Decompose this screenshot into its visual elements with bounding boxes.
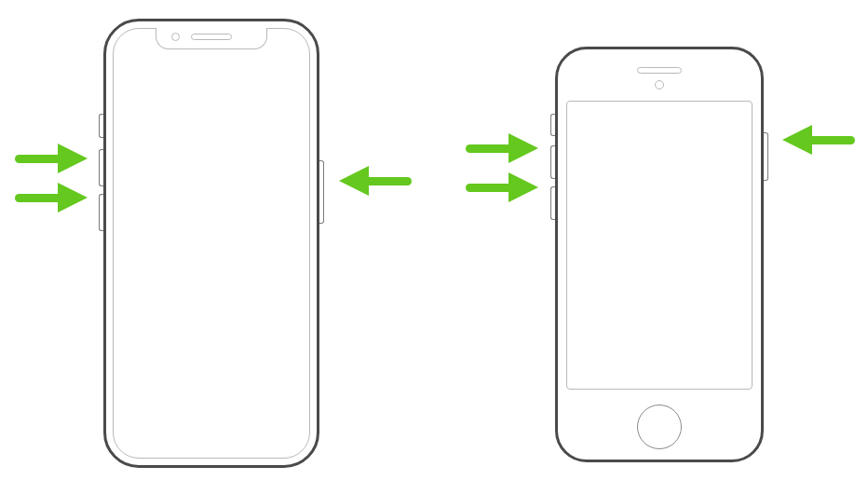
svg-marker-1 bbox=[58, 144, 88, 173]
svg-marker-5 bbox=[339, 166, 369, 196]
svg-rect-10 bbox=[808, 136, 855, 144]
diagram-stage bbox=[0, 0, 868, 494]
iphone-home-button bbox=[548, 39, 771, 470]
arrow-right-icon bbox=[464, 130, 542, 167]
iphone-face-id bbox=[96, 11, 327, 475]
arrow-left-icon bbox=[335, 162, 414, 199]
svg-rect-6 bbox=[466, 144, 512, 153]
arrow-right-icon bbox=[13, 179, 91, 216]
svg-marker-3 bbox=[58, 183, 88, 213]
svg-rect-4 bbox=[365, 177, 412, 185]
phone-screen bbox=[113, 28, 310, 459]
svg-rect-2 bbox=[15, 194, 61, 202]
svg-marker-7 bbox=[509, 133, 538, 163]
svg-rect-0 bbox=[15, 155, 61, 163]
home-button bbox=[637, 405, 682, 449]
phone-screen bbox=[566, 101, 753, 390]
phone-camera bbox=[655, 80, 664, 89]
svg-marker-9 bbox=[509, 172, 538, 202]
svg-rect-8 bbox=[466, 184, 512, 192]
arrow-right-icon bbox=[13, 140, 91, 177]
phone-notch bbox=[156, 28, 267, 49]
phone-speaker bbox=[637, 67, 682, 74]
arrow-right-icon bbox=[464, 169, 542, 206]
svg-marker-11 bbox=[782, 125, 812, 155]
arrow-left-icon bbox=[779, 121, 857, 158]
